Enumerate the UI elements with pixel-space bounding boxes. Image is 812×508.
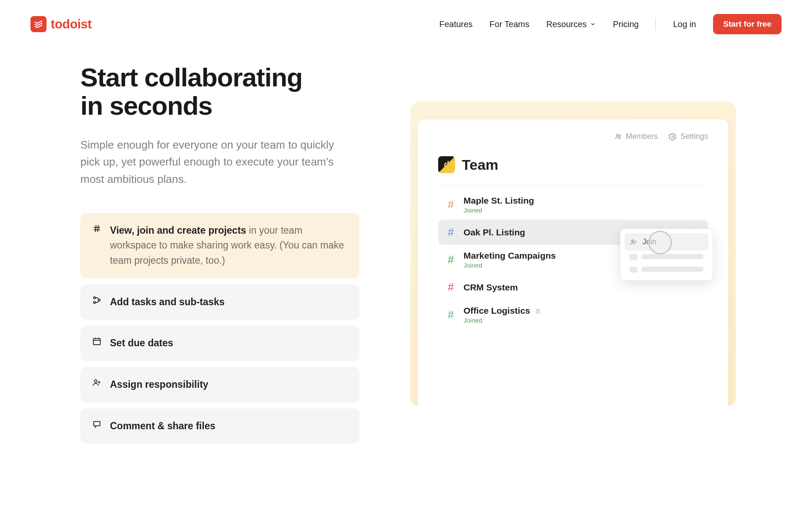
hash-icon: #: [446, 253, 456, 266]
menu-skeleton: [625, 263, 708, 276]
preview-topbar: Members Settings: [438, 132, 708, 141]
project-list: # Maple St. Listing Joined # Oak Pl. Lis…: [438, 190, 708, 330]
person-plus-icon: [630, 238, 637, 246]
svg-point-0: [93, 297, 96, 299]
person-plus-icon: [92, 378, 102, 387]
nav-divider: [656, 18, 656, 30]
divider: [438, 185, 708, 185]
project-status: Joined: [464, 317, 541, 324]
feature-list: View, join and create projects in your t…: [80, 213, 359, 444]
preview-window: Members Settings d Team #: [418, 119, 728, 406]
members-icon: [614, 133, 623, 141]
project-name: Oak Pl. Listing: [464, 227, 525, 237]
svg-point-7: [672, 135, 674, 138]
project-maple-st[interactable]: # Maple St. Listing Joined: [438, 190, 708, 220]
gear-icon: [669, 133, 677, 141]
join-menu-item[interactable]: Join: [625, 233, 708, 251]
settings-button[interactable]: Settings: [669, 132, 708, 141]
comment-icon: [92, 420, 102, 429]
menu-skeleton: [625, 251, 708, 263]
feature-text: Add tasks and sub-tasks: [110, 295, 225, 310]
feature-view-join-create[interactable]: View, join and create projects in your t…: [80, 213, 359, 279]
cta-start-free[interactable]: Start for free: [713, 14, 782, 34]
feature-text: Assign responsibility: [110, 377, 208, 392]
svg-point-1: [93, 301, 96, 304]
logo-icon: [30, 16, 47, 32]
main: Start collaborating in seconds Simple en…: [0, 38, 812, 444]
nav-resources[interactable]: Resources: [546, 19, 596, 29]
svg-rect-8: [536, 311, 540, 313]
hash-icon: #: [446, 308, 456, 321]
hero-subtitle: Simple enough for everyone on your team …: [80, 136, 343, 188]
logo-text: todoist: [51, 17, 91, 31]
feature-text: View, join and create projects in your t…: [110, 223, 348, 268]
hash-icon: #: [446, 226, 456, 239]
svg-point-5: [616, 134, 618, 136]
nav-features[interactable]: Features: [439, 19, 473, 29]
feature-due-dates[interactable]: Set due dates: [80, 326, 359, 361]
team-title: Team: [462, 157, 498, 173]
nav-for-teams[interactable]: For Teams: [490, 19, 529, 29]
nav-login[interactable]: Log in: [673, 19, 696, 29]
team-avatar: d: [438, 156, 455, 173]
hash-icon: [92, 224, 102, 233]
nav-pricing[interactable]: Pricing: [613, 19, 639, 29]
project-name: Office Logistics: [464, 306, 541, 316]
nav-links: Features For Teams Resources Pricing Log…: [439, 14, 782, 34]
svg-point-6: [619, 135, 620, 136]
members-button[interactable]: Members: [614, 132, 658, 141]
svg-rect-3: [93, 339, 101, 345]
branch-icon: [92, 295, 102, 305]
logo[interactable]: todoist: [30, 16, 91, 32]
project-office-logistics[interactable]: # Office Logistics Joined: [438, 300, 708, 330]
hero-title: Start collaborating in seconds: [80, 64, 359, 120]
feature-comment-share[interactable]: Comment & share files: [80, 409, 359, 444]
feature-assign[interactable]: Assign responsibility: [80, 367, 359, 403]
project-name: Maple St. Listing: [464, 196, 534, 206]
left-column: Start collaborating in seconds Simple en…: [80, 64, 359, 444]
hash-icon: #: [446, 198, 456, 211]
chevron-down-icon: [590, 21, 596, 27]
project-name: CRM System: [464, 282, 518, 293]
feature-text: Set due dates: [110, 336, 173, 351]
svg-point-9: [632, 240, 634, 242]
hash-icon: #: [446, 281, 456, 294]
calendar-icon: [92, 337, 102, 346]
preview-frame: Members Settings d Team #: [410, 102, 736, 406]
project-status: Joined: [464, 207, 534, 214]
right-column: Members Settings d Team #: [410, 64, 782, 444]
nav-resources-label: Resources: [546, 19, 587, 29]
svg-point-2: [98, 299, 100, 301]
lock-icon: [535, 308, 541, 314]
feature-text: Comment & share files: [110, 419, 215, 434]
feature-add-tasks[interactable]: Add tasks and sub-tasks: [80, 284, 359, 320]
team-header: d Team: [438, 156, 708, 173]
svg-point-4: [94, 380, 97, 382]
project-status: Joined: [464, 262, 556, 269]
project-name: Marketing Campaigns: [464, 251, 556, 261]
top-nav: todoist Features For Teams Resources Pri…: [0, 0, 812, 38]
project-context-menu: Join: [620, 229, 713, 281]
